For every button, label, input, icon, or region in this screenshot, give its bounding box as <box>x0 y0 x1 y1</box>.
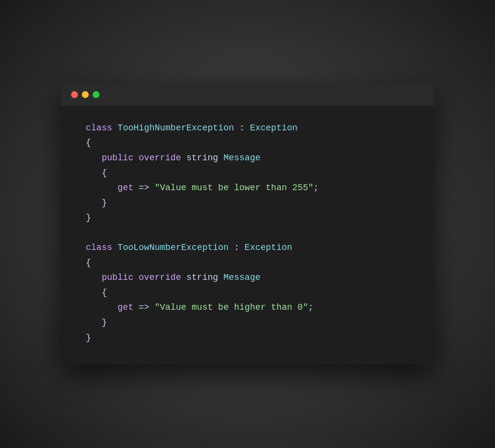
code-window: class TooHighNumberException : Exception… <box>61 83 434 365</box>
code-line-7: } <box>86 210 409 225</box>
code-line-9: { <box>86 255 409 271</box>
code-line-12: get => "Value must be higher than 0"; <box>86 300 409 315</box>
close-button[interactable] <box>71 91 78 98</box>
code-line-4: { <box>86 166 409 181</box>
code-line-10: public override string Message <box>86 270 409 285</box>
code-editor: class TooHighNumberException : Exception… <box>61 106 434 365</box>
code-line-6: } <box>86 196 409 211</box>
code-line-3: public override string Message <box>86 150 409 166</box>
code-line-8: class TooLowNumberException : Exception <box>86 240 409 255</box>
code-line-13: } <box>86 315 409 330</box>
titlebar <box>61 83 434 106</box>
minimize-button[interactable] <box>82 91 89 98</box>
code-line-5: get => "Value must be lower than 255"; <box>86 180 409 196</box>
code-line-14: } <box>86 330 409 346</box>
code-line-11: { <box>86 285 409 300</box>
maximize-button[interactable] <box>93 91 99 98</box>
code-line-1: class TooHighNumberException : Exception <box>86 121 409 136</box>
code-line-2: { <box>86 135 409 150</box>
